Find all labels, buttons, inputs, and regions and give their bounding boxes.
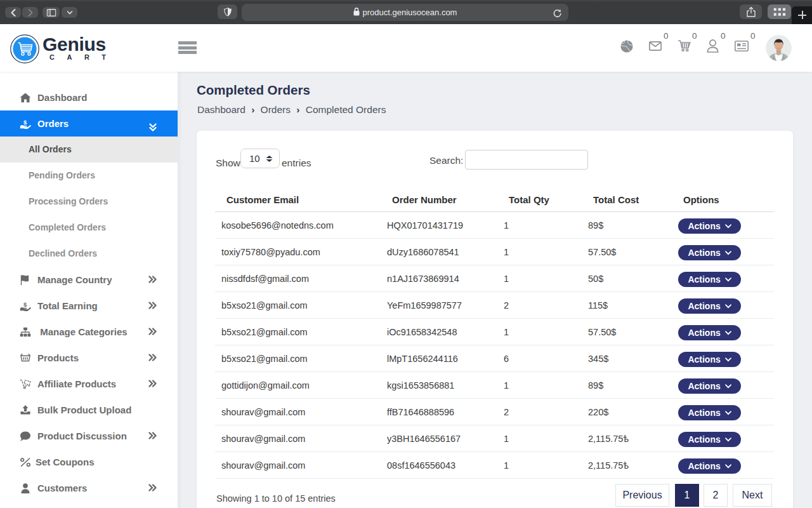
svg-text:$: $ — [23, 301, 27, 308]
svg-text:$: $ — [23, 119, 27, 126]
